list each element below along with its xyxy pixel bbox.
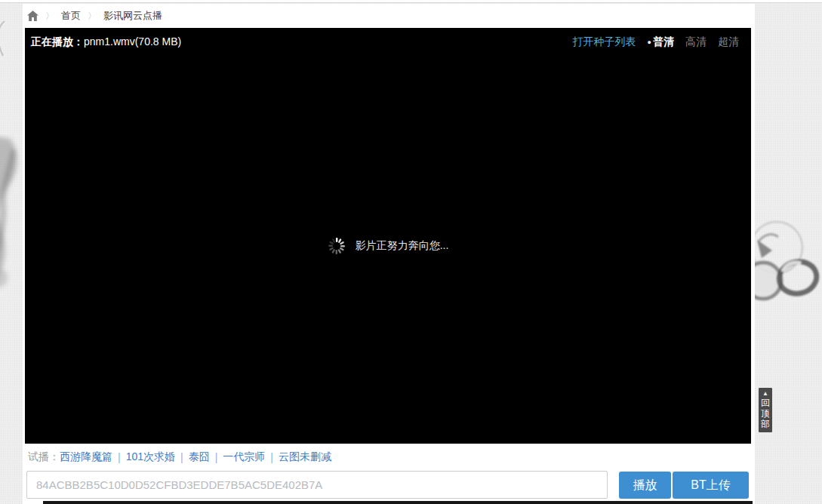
up-arrow-icon: ▲ bbox=[759, 390, 772, 397]
open-torrent-list-link[interactable]: 打开种子列表 bbox=[573, 35, 636, 49]
breadcrumb-separator: 〉 bbox=[45, 10, 54, 23]
video-player[interactable]: 正在播放：pnm1.wmv(70.8 MB) 打开种子列表 ●普清 高清 超清 bbox=[25, 28, 751, 444]
bt-upload-button[interactable]: BT上传 bbox=[673, 472, 749, 499]
loading-text: 影片正努力奔向您... bbox=[356, 239, 449, 253]
now-playing-filename: pnm1.wmv(70.8 MB) bbox=[84, 35, 181, 48]
quality-option-label: 普清 bbox=[653, 35, 674, 48]
trial-link[interactable]: 101次求婚 bbox=[126, 450, 175, 464]
now-playing: 正在播放：pnm1.wmv(70.8 MB) bbox=[31, 35, 181, 49]
footer-top-edge bbox=[43, 501, 753, 504]
trial-separator: | bbox=[215, 451, 218, 463]
trial-separator: | bbox=[270, 451, 273, 463]
trial-link[interactable]: 泰囧 bbox=[189, 450, 210, 464]
breadcrumb: 〉 首页 〉 影讯网云点播 bbox=[23, 4, 755, 28]
trial-link[interactable]: 云图未删减 bbox=[279, 450, 331, 464]
loading-indicator: 影片正努力奔向您... bbox=[25, 237, 751, 255]
main-content-panel: 〉 首页 〉 影讯网云点播 正在播放：pnm1.wmv(70.8 MB) 打开种… bbox=[23, 4, 755, 504]
breadcrumb-separator: 〉 bbox=[88, 10, 97, 23]
play-button[interactable]: 播放 bbox=[619, 472, 671, 499]
ink-decoration-top-left bbox=[0, 20, 9, 60]
back-to-top-button[interactable]: ▲ 回顶部 bbox=[759, 388, 772, 432]
breadcrumb-item-home[interactable]: 首页 bbox=[61, 9, 81, 23]
quality-option-uhd[interactable]: 超清 bbox=[718, 35, 739, 49]
trial-link[interactable]: 一代宗师 bbox=[223, 450, 265, 464]
hash-row: 播放 BT上传 bbox=[26, 471, 753, 499]
trial-separator: | bbox=[118, 451, 121, 463]
ink-decoration-right bbox=[750, 211, 822, 327]
now-playing-label: 正在播放： bbox=[31, 35, 84, 48]
trial-separator: | bbox=[180, 451, 183, 463]
breadcrumb-item-current: 影讯网云点播 bbox=[103, 9, 162, 23]
hash-input[interactable] bbox=[26, 471, 608, 499]
quality-option-hd[interactable]: 高清 bbox=[685, 35, 707, 49]
home-icon[interactable] bbox=[27, 11, 38, 21]
player-header: 正在播放：pnm1.wmv(70.8 MB) 打开种子列表 ●普清 高清 超清 bbox=[25, 28, 751, 49]
back-to-top-label: 回顶部 bbox=[760, 398, 771, 429]
trial-link[interactable]: 西游降魔篇 bbox=[60, 450, 112, 464]
trial-label: 试播： bbox=[28, 450, 60, 464]
quality-option-standard[interactable]: ●普清 bbox=[648, 35, 674, 49]
trial-links-row: 试播： 西游降魔篇 | 101次求婚 | 泰囧 | 一代宗师 | 云图未删减 bbox=[28, 448, 331, 466]
player-header-controls: 打开种子列表 ●普清 高清 超清 bbox=[573, 35, 739, 49]
loading-spinner-icon bbox=[328, 237, 346, 255]
selected-marker-icon: ● bbox=[648, 38, 651, 46]
page-top-strip bbox=[0, 0, 822, 3]
